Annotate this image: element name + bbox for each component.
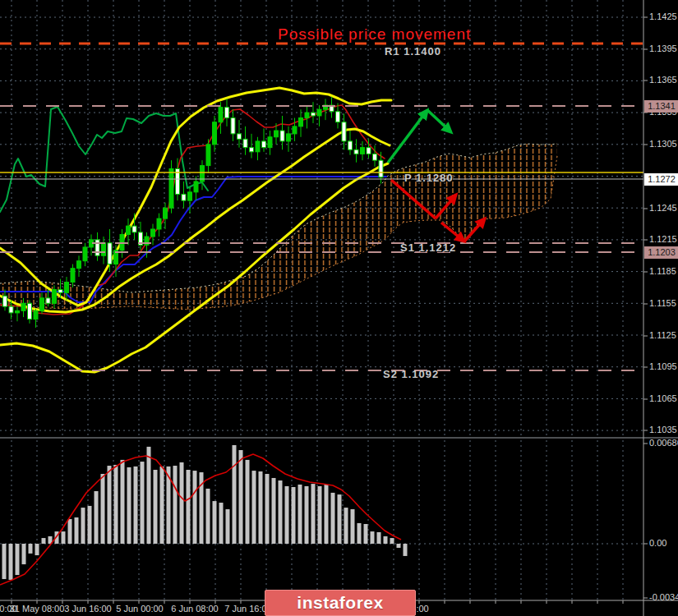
macd-axis-label: -0.00348 [649,592,678,602]
time-axis-label: 3 Jun 16:00 [64,604,112,614]
price-axis-label: 1.1425 [649,11,677,21]
price-axis-label: 1.1155 [649,298,676,308]
chart-window: Possible price movement R1 1.1400 P 1.12… [0,0,678,616]
price-axis-label: 1.1125 [649,330,676,340]
price-axis-highlight: 1.1341 [644,100,678,113]
pivot-label-p: P 1.1280 [404,172,454,184]
price-axis-highlight: 1.1203 [644,246,678,259]
price-axis-label: 1.1215 [649,234,677,244]
price-axis-label: 1.1035 [649,425,677,434]
pivot-label-s1: S1 1.1212 [400,241,456,254]
price-axis-label: 1.1245 [649,203,677,213]
macd-panel[interactable] [0,445,408,585]
broker-watermark: instaforex [265,590,416,616]
time-axis-label: 31 May 08:00 [10,604,65,614]
pivot-label-s2: S2 1.1092 [383,368,439,380]
time-axis-label: 6 Jun 08:00 [171,604,219,614]
chart-annotation-title: Possible price movement [278,25,471,44]
macd-axis-label: 0.00 [649,538,666,548]
price-axis-label: 1.1305 [649,139,677,149]
price-axis-label: 1.1065 [649,393,677,403]
chart-canvas[interactable] [0,0,678,616]
price-axis-label: 1.1095 [649,361,677,371]
time-axis-label: 5 Jun 00:00 [116,604,164,614]
ichimoku-cloud [0,144,557,310]
price-axis-label: 1.1185 [649,266,676,276]
price-axis-highlight: 1.1272 [644,173,678,186]
price-axis-label: 1.1395 [649,44,677,53]
price-axis-label: 1.1365 [649,75,677,85]
pivot-label-r1: R1 1.1400 [385,45,441,57]
macd-axis-label: 0.00686 [649,438,678,448]
